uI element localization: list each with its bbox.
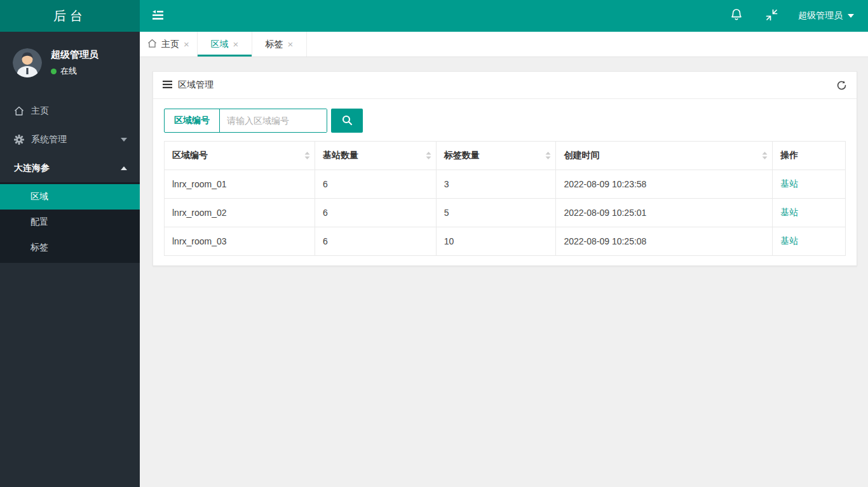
column-header-created-time[interactable]: 创建时间 <box>556 142 773 170</box>
close-icon[interactable]: × <box>233 39 238 49</box>
search-icon <box>341 114 353 128</box>
tab-tag[interactable]: 标签 × <box>252 32 307 57</box>
fullscreen-toggle-button[interactable] <box>754 0 789 32</box>
tab-label: 标签 <box>265 39 283 50</box>
sidebar-submenu: 区域 配置 标签 <box>0 182 140 263</box>
sidebar: 超级管理员 在线 主页 系统管理 大连海参 区域 配置 标签 <box>0 32 140 487</box>
content-area: 区域管理 区域编号 <box>140 57 868 486</box>
gear-icon <box>14 135 31 145</box>
cell-region-id: lnrx_room_01 <box>165 170 315 199</box>
panel-title: 区域管理 <box>178 79 214 91</box>
close-icon[interactable]: × <box>287 39 293 49</box>
tab-region[interactable]: 区域 × <box>198 32 252 57</box>
column-header-tag-count[interactable]: 标签数量 <box>436 142 556 170</box>
submenu-item-label: 标签 <box>31 242 48 253</box>
search-input-group: 区域编号 <box>164 109 327 133</box>
avatar <box>13 48 42 77</box>
user-status: 在线 <box>51 65 98 77</box>
sort-icon[interactable] <box>762 152 768 159</box>
bell-icon <box>730 8 743 23</box>
chevron-down-icon <box>121 138 127 142</box>
tab-label: 主页 <box>161 39 179 50</box>
cell-station-count: 6 <box>315 170 436 199</box>
sidebar-toggle-button[interactable] <box>140 0 177 32</box>
cell-station-count: 6 <box>315 227 436 256</box>
search-button[interactable] <box>331 109 363 133</box>
cell-created-time: 2022-08-09 10:25:01 <box>556 199 773 227</box>
sort-icon[interactable] <box>426 152 431 159</box>
cell-tag-count: 10 <box>436 227 556 256</box>
cell-tag-count: 5 <box>436 199 556 227</box>
cell-actions: 基站 <box>773 227 846 256</box>
sidebar-user-panel: 超级管理员 在线 <box>0 32 140 97</box>
cell-created-time: 2022-08-09 10:23:58 <box>556 170 773 199</box>
user-menu-label: 超级管理员 <box>798 10 843 22</box>
sidebar-item-label: 系统管理 <box>31 134 121 145</box>
cell-station-count: 6 <box>315 199 436 227</box>
region-management-panel: 区域管理 区域编号 <box>153 71 857 266</box>
table-row: lnrx_room_01 6 3 2022-08-09 10:23:58 基站 <box>165 170 846 199</box>
sidebar-item-system-management[interactable]: 系统管理 <box>0 125 140 154</box>
submenu-item-label: 区域 <box>31 191 48 203</box>
search-input[interactable] <box>220 109 327 132</box>
cell-actions: 基站 <box>773 199 846 227</box>
cell-region-id: lnrx_room_02 <box>165 199 315 227</box>
sidebar-item-label: 大连海参 <box>14 163 121 174</box>
cell-created-time: 2022-08-09 10:25:08 <box>556 227 773 256</box>
notifications-button[interactable] <box>719 0 754 32</box>
search-row: 区域编号 <box>153 99 857 141</box>
user-name: 超级管理员 <box>51 49 98 61</box>
station-link[interactable]: 基站 <box>780 236 798 246</box>
close-icon[interactable]: × <box>184 39 189 49</box>
sidebar-item-label: 主页 <box>31 105 127 117</box>
list-icon <box>163 80 172 90</box>
cell-region-id: lnrx_room_03 <box>165 227 315 256</box>
sidebar-item-tag[interactable]: 标签 <box>0 235 140 260</box>
column-header-actions: 操作 <box>773 142 846 170</box>
table-row: lnrx_room_03 6 10 2022-08-09 10:25:08 基站 <box>165 227 846 256</box>
chevron-down-icon <box>848 14 854 18</box>
sidebar-item-home[interactable]: 主页 <box>0 97 140 125</box>
sort-icon[interactable] <box>304 152 310 159</box>
sidebar-item-dalian-haishen[interactable]: 大连海参 <box>0 154 140 182</box>
sidebar-item-config[interactable]: 配置 <box>0 210 140 235</box>
panel-header: 区域管理 <box>153 72 857 99</box>
sort-icon[interactable] <box>545 152 551 159</box>
column-header-station-count[interactable]: 基站数量 <box>315 142 436 170</box>
search-field-selector[interactable]: 区域编号 <box>165 109 220 132</box>
user-status-label: 在线 <box>60 65 77 77</box>
cell-tag-count: 3 <box>436 170 556 199</box>
column-header-region-id[interactable]: 区域编号 <box>165 142 315 170</box>
region-table: 区域编号 基站数量 标签数量 创建时间 操作 <box>164 141 846 256</box>
station-link[interactable]: 基站 <box>780 207 798 217</box>
chevron-up-icon <box>121 166 127 170</box>
table-header-row: 区域编号 基站数量 标签数量 创建时间 操作 <box>165 142 846 170</box>
user-menu[interactable]: 超级管理员 <box>789 0 868 32</box>
table-wrap: 区域编号 基站数量 标签数量 创建时间 操作 <box>153 141 857 265</box>
table-row: lnrx_room_02 6 5 2022-08-09 10:25:01 基站 <box>165 199 846 227</box>
tab-bar: 主页 × 区域 × 标签 × <box>140 32 868 57</box>
app-logo: 后台 <box>0 0 140 32</box>
refresh-button[interactable] <box>836 80 847 91</box>
top-header: 后台 超级管理员 <box>0 0 868 32</box>
submenu-item-label: 配置 <box>31 217 48 228</box>
main-area: 主页 × 区域 × 标签 × 区域管理 区域编号 <box>140 32 868 487</box>
home-icon <box>14 106 31 116</box>
sidebar-item-region[interactable]: 区域 <box>0 184 140 210</box>
home-icon <box>147 39 157 50</box>
screen-restore-icon <box>766 9 778 23</box>
user-meta: 超级管理员 在线 <box>51 49 98 77</box>
tab-label: 区域 <box>210 39 228 50</box>
online-dot-icon <box>51 69 57 74</box>
cell-actions: 基站 <box>773 170 846 199</box>
station-link[interactable]: 基站 <box>780 178 798 189</box>
tab-home[interactable]: 主页 × <box>140 32 198 57</box>
sidebar-collapse-icon <box>152 10 165 22</box>
